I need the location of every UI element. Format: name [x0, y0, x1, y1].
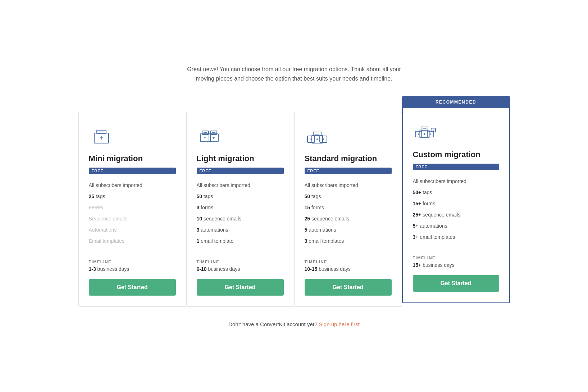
standard-cta-button[interactable]: Get Started [305, 279, 392, 296]
card-mini-inner: Mini migration FREE All subscribers impo… [78, 112, 186, 307]
custom-feature-4: 5+ automations [413, 220, 499, 232]
custom-feature-0: All subscribers imported [413, 176, 499, 187]
light-feature-2: 3 forms [197, 202, 284, 213]
mini-timeline-value: 1-3 business days [89, 266, 176, 272]
light-timeline-label: TIMELINE [197, 260, 284, 264]
standard-feature-4: 5 automations [305, 224, 392, 236]
custom-timeline-label: TIMELINE [413, 256, 499, 260]
footer-static-text: Don't have a ConvertKit account yet? [228, 321, 317, 327]
light-feature-5: 1 email template [197, 236, 284, 247]
custom-cta-button[interactable]: Get Started [413, 275, 499, 292]
standard-title: Standard migration [305, 154, 392, 163]
card-light-inner: Light migration FREE All subscribers imp… [186, 112, 294, 307]
custom-timeline-value: 15+ business days [413, 262, 499, 268]
light-timeline: TIMELINE 6-10 business days [197, 260, 284, 272]
standard-feature-1: 50 tags [305, 191, 392, 202]
mini-icon [89, 123, 176, 148]
light-icon [197, 123, 284, 148]
mini-feature-2: Forms [89, 202, 176, 213]
card-standard-inner: Standard migration FREE All subscribers … [294, 112, 402, 307]
mini-features: All subscribers imported 25 tags Forms S… [89, 180, 176, 247]
light-feature-4: 3 automations [197, 224, 284, 236]
custom-timeline: TIMELINE 15+ business days [413, 256, 499, 268]
custom-features: All subscribers imported 50+ tags 15+ fo… [413, 176, 499, 243]
standard-features: All subscribers imported 50 tags 15 form… [305, 180, 392, 247]
cards-container: Mini migration FREE All subscribers impo… [78, 96, 510, 307]
custom-icon [413, 119, 499, 144]
recommended-banner: RECOMMENDED [402, 96, 510, 108]
mini-badge: FREE [89, 168, 176, 174]
mini-feature-4: Automations [89, 224, 176, 236]
standard-icon [305, 123, 392, 148]
footer-signup-link[interactable]: Sign up here first [319, 321, 359, 327]
intro-text: Great news! You can choose from all our … [179, 65, 409, 83]
standard-feature-0: All subscribers imported [305, 180, 392, 191]
light-title: Light migration [197, 154, 284, 163]
light-features: All subscribers imported 50 tags 3 forms… [197, 180, 284, 247]
custom-feature-5: 3+ email templates [413, 232, 499, 243]
card-custom: RECOMMENDED Cu [402, 96, 510, 303]
standard-feature-2: 15 forms [305, 202, 392, 213]
light-feature-1: 50 tags [197, 191, 284, 202]
mini-feature-1: 25 tags [89, 191, 176, 202]
standard-feature-3: 25 sequence emails [305, 213, 392, 224]
light-feature-0: All subscribers imported [197, 180, 284, 191]
mini-feature-0: All subscribers imported [89, 180, 176, 191]
standard-timeline: TIMELINE 10-15 business days [305, 260, 392, 272]
standard-timeline-label: TIMELINE [305, 260, 392, 264]
card-light: Light migration FREE All subscribers imp… [186, 96, 294, 307]
mini-timeline: TIMELINE 1-3 business days [89, 260, 176, 272]
standard-feature-5: 3 email templates [305, 236, 392, 247]
light-badge: FREE [197, 168, 284, 174]
light-cta-button[interactable]: Get Started [197, 279, 284, 296]
custom-feature-2: 15+ forms [413, 198, 499, 209]
standard-badge: FREE [305, 168, 392, 174]
card-custom-inner: Custom migration FREE All subscribers im… [402, 108, 510, 303]
custom-feature-1: 50+ tags [413, 187, 499, 198]
light-timeline-value: 6-10 business days [197, 266, 284, 272]
card-mini: Mini migration FREE All subscribers impo… [78, 96, 186, 307]
mini-cta-button[interactable]: Get Started [89, 279, 176, 296]
custom-badge: FREE [413, 164, 499, 170]
mini-title: Mini migration [89, 154, 176, 163]
mini-feature-5: Email templates [89, 236, 176, 247]
custom-feature-3: 25+ sequence emails [413, 209, 499, 220]
footer-text: Don't have a ConvertKit account yet? Sig… [228, 321, 360, 327]
light-feature-3: 10 sequence emails [197, 213, 284, 224]
standard-timeline-value: 10-15 business days [305, 266, 392, 272]
mini-timeline-label: TIMELINE [89, 260, 176, 264]
custom-title: Custom migration [413, 150, 499, 159]
card-standard: Standard migration FREE All subscribers … [294, 96, 402, 307]
mini-feature-3: Sequence emails [89, 213, 176, 224]
